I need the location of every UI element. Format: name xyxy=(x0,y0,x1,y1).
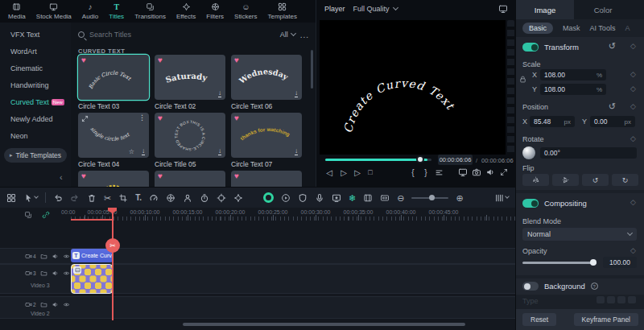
compositing-keyframe-icon[interactable]: ◇ xyxy=(630,199,636,206)
flip-horizontal-button[interactable] xyxy=(522,174,549,186)
title-clip[interactable]: T Create Curv... xyxy=(71,249,113,262)
screen-record-icon[interactable] xyxy=(332,193,341,203)
voiceover-mic-icon[interactable] xyxy=(315,193,324,203)
zoom-in-icon[interactable]: ⊕ xyxy=(456,193,463,203)
title-card[interactable]: ♥ xyxy=(78,171,149,187)
scale-x-field[interactable]: 108.00% xyxy=(540,69,606,80)
title-thumb[interactable]: Basic Circle Text ♥ xyxy=(78,55,149,100)
playhead-split-handle[interactable]: ✂ xyxy=(105,238,120,253)
mute-speaker-icon[interactable] xyxy=(52,253,59,260)
track-row-video2[interactable]: 2 Video 2 xyxy=(0,296,515,319)
delete-icon[interactable] xyxy=(87,193,97,203)
tab-filters[interactable]: Filters xyxy=(206,2,224,20)
title-card[interactable]: thanks for watching ♥ ↓ Circle Text 07 xyxy=(231,113,302,171)
download-icon[interactable]: ↓ xyxy=(218,90,221,97)
type-segment[interactable] xyxy=(617,296,625,303)
title-thumb[interactable]: WELCOME ♥ xyxy=(155,171,225,187)
title-card[interactable]: WELCOME ♥ xyxy=(155,171,225,187)
progress-handle[interactable] xyxy=(416,155,424,163)
tab-titles[interactable]: TTitles xyxy=(109,2,124,20)
download-icon[interactable]: ↓ xyxy=(142,148,145,155)
speaker-icon[interactable] xyxy=(484,166,497,179)
title-thumb[interactable]: FISHEYE ♥ xyxy=(231,171,302,187)
quality-dropdown[interactable]: Full Quality xyxy=(353,5,398,13)
play-back-button[interactable]: ▷ xyxy=(337,166,350,179)
title-thumb[interactable]: single circle text ⋮ ☆ ↓ xyxy=(78,113,149,158)
download-icon[interactable]: ↓ xyxy=(218,148,221,155)
mark-out-button[interactable]: } xyxy=(419,166,432,179)
fullscreen-icon[interactable] xyxy=(497,166,510,179)
transform-keyframe-icon[interactable]: ◇ xyxy=(630,43,636,50)
expand-icon[interactable] xyxy=(81,115,89,122)
rotate-field[interactable]: 0.00° xyxy=(540,147,637,159)
subtab-basic[interactable]: Basic xyxy=(522,23,553,34)
subtab-ai-tools[interactable]: AI Tools xyxy=(590,24,616,32)
thumbnail-film-icon[interactable] xyxy=(363,193,373,203)
scale-y-keyframe-icon[interactable]: ◇ xyxy=(630,85,636,93)
add-text-icon[interactable]: T. xyxy=(135,193,142,202)
rotate-cw-button[interactable]: ↻ xyxy=(612,174,638,186)
keyframe-panel-button[interactable]: Keyframe Panel xyxy=(574,313,638,326)
sidebar-item-handwriting[interactable]: Handwriting xyxy=(0,76,71,93)
tab-templates[interactable]: Templates xyxy=(268,2,297,20)
image-clip[interactable] xyxy=(71,264,113,294)
display-icon[interactable] xyxy=(456,166,469,179)
position-x-field[interactable]: 85.48px xyxy=(530,116,575,127)
snapshot-frames-icon[interactable] xyxy=(24,211,32,219)
record-button[interactable] xyxy=(263,192,274,203)
tab-media[interactable]: Media xyxy=(8,2,26,20)
reset-button[interactable]: Reset xyxy=(522,313,556,326)
stop-button[interactable]: □ xyxy=(364,166,377,179)
speed-icon[interactable] xyxy=(149,193,159,203)
title-card[interactable]: single circle text ⋮ ☆ ↓ Circle Text 04 xyxy=(78,113,149,171)
opacity-keyframe-icon[interactable]: ◇ xyxy=(630,247,636,254)
tab-audio[interactable]: ♪Audio xyxy=(82,2,98,20)
ruler-major-ticks[interactable] xyxy=(71,215,515,221)
star-icon[interactable]: ☆ xyxy=(129,148,134,155)
sidebar-item-cinematic[interactable]: Cinematic xyxy=(0,60,71,76)
title-card[interactable]: THIS IS A CIRCLE-SHAPED TEXT BOX ♥ ↓ Cir… xyxy=(155,113,225,171)
folder-icon[interactable] xyxy=(40,270,47,277)
sidebar-item-neon[interactable]: Neon xyxy=(0,127,71,144)
zoom-slider[interactable] xyxy=(411,197,448,199)
tab-effects[interactable]: Effects xyxy=(176,2,196,20)
opacity-slider-handle[interactable] xyxy=(590,259,597,266)
help-icon[interactable]: ? xyxy=(591,283,598,290)
tab-color[interactable]: Color xyxy=(574,0,632,19)
favorite-heart-icon[interactable]: ♥ xyxy=(81,56,86,64)
crop-icon[interactable] xyxy=(118,193,128,203)
favorite-heart-icon[interactable]: ♥ xyxy=(158,113,163,122)
subtab-mask[interactable]: Mask xyxy=(563,24,580,32)
position-keyframe-icon[interactable]: ◇ xyxy=(630,103,636,110)
favorite-heart-icon[interactable]: ♥ xyxy=(158,171,163,180)
color-wheel-icon[interactable] xyxy=(166,193,175,203)
tab-stock-media[interactable]: Stock Media xyxy=(36,2,72,20)
playhead-line[interactable] xyxy=(112,208,114,320)
sidebar-item-newly-added[interactable]: Newly Added xyxy=(0,110,71,127)
scale-link-lock-icon[interactable] xyxy=(518,75,527,84)
folder-icon[interactable] xyxy=(40,253,47,260)
search-input[interactable] xyxy=(89,31,275,39)
mute-speaker-icon[interactable] xyxy=(52,270,59,277)
auto-ripple-link-icon[interactable] xyxy=(42,211,50,219)
title-thumb[interactable]: Wednesday ♥ ↓ xyxy=(231,55,302,100)
scale-x-keyframe-icon[interactable]: ◇ xyxy=(630,71,636,78)
position-y-field[interactable]: 0.00px xyxy=(590,116,635,127)
media-grid-icon[interactable] xyxy=(6,193,16,203)
download-icon[interactable]: ↓ xyxy=(295,90,298,97)
rotate-keyframe-icon[interactable]: ◇ xyxy=(630,135,636,142)
opacity-slider[interactable] xyxy=(522,262,597,264)
compositing-toggle[interactable] xyxy=(522,199,539,208)
title-card[interactable]: Basic Circle Text ♥ Circle Text 03 xyxy=(78,55,149,113)
timeline[interactable]: 00:00 00:00:05:00 00:00:10:00 00:00:15:0… xyxy=(0,208,515,330)
split-scissors-icon[interactable]: ✂ xyxy=(104,193,111,203)
title-thumb[interactable]: THIS IS A CIRCLE-SHAPED TEXT BOX ♥ ↓ xyxy=(155,113,225,158)
filter-dropdown[interactable]: All xyxy=(280,31,295,39)
tab-stickers[interactable]: ☺Stickers xyxy=(234,2,257,20)
track-manager-icon[interactable] xyxy=(494,193,509,203)
timer-icon[interactable] xyxy=(200,193,209,203)
sidebar-collapse-icon[interactable]: ‹ xyxy=(60,172,63,182)
title-templates-button[interactable]: ▸Title Templates xyxy=(4,148,67,163)
favorite-heart-icon[interactable]: ♥ xyxy=(234,113,239,122)
title-card[interactable]: Wednesday ♥ ↓ Circle Text 06 xyxy=(231,55,302,113)
